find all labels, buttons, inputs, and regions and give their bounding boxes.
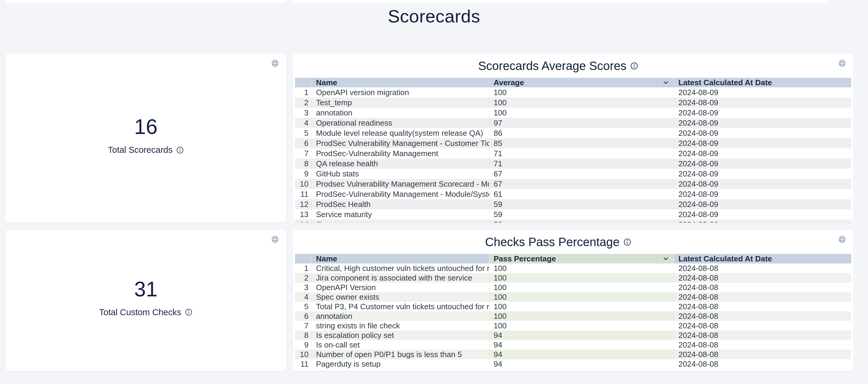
cell-name: GitHub stats <box>311 169 489 179</box>
cell-value: 94 <box>489 340 674 350</box>
cell-name: Jira component is associated with the se… <box>311 273 489 283</box>
table-row: 3annotation1002024-08-09 <box>295 108 851 118</box>
column-header-index <box>295 78 311 87</box>
cell-value: 100 <box>489 283 674 292</box>
cell-name: Jira stats <box>311 219 489 222</box>
info-icon[interactable] <box>176 146 184 154</box>
page-title: Scorecards <box>0 6 868 27</box>
cell-value: 71 <box>489 159 674 169</box>
cell-name: Is on-call set <box>311 340 489 350</box>
row-index: 13 <box>295 209 311 219</box>
row-index: 8 <box>295 330 311 340</box>
total-custom-checks-label: Total Custom Checks <box>99 308 181 317</box>
cell-value: 100 <box>489 273 674 283</box>
info-icon[interactable] <box>630 62 638 70</box>
table-row: 14Jira stats582024-08-09 <box>295 219 851 222</box>
table-row: 5Total P3, P4 Customer vuln tickets unto… <box>295 302 851 311</box>
row-index: 4 <box>295 292 311 302</box>
column-header-date[interactable]: Latest Calculated At Date <box>674 254 851 264</box>
row-index: 8 <box>295 159 311 169</box>
row-index: 12 <box>295 199 311 209</box>
row-index: 6 <box>295 311 311 321</box>
row-index: 10 <box>295 350 311 359</box>
column-header-average[interactable]: Average <box>489 78 674 87</box>
cell-date: 2024-08-09 <box>674 128 851 138</box>
table-row: 10Prodsec Vulnerability Management Score… <box>295 179 851 189</box>
clipped-card-above-left <box>5 0 286 3</box>
panel-title: Checks Pass Percentage <box>485 235 619 249</box>
cell-name: Pagerduty is setup <box>311 359 489 369</box>
table-body: 1Critical, High customer vuln tickets un… <box>295 264 851 369</box>
cell-value: 100 <box>489 98 674 108</box>
info-icon[interactable] <box>185 308 193 316</box>
table-header: Name Average Latest Calculated At Date <box>295 78 851 87</box>
panel-checks-pass-percentage: Checks Pass Percentage Name Pass Percent… <box>293 230 853 371</box>
cell-value: 100 <box>489 302 674 311</box>
table-row: 1OpenAPI version migration1002024-08-09 <box>295 87 851 98</box>
cell-date: 2024-08-08 <box>674 330 851 340</box>
row-index: 9 <box>295 169 311 179</box>
total-scorecards-value: 16 <box>134 115 158 138</box>
cell-date: 2024-08-09 <box>674 159 851 169</box>
cell-name: Module level release quality(system rele… <box>311 128 489 138</box>
row-index: 9 <box>295 340 311 350</box>
panel-scorecards-average-scores: Scorecards Average Scores Name Average L… <box>293 54 853 222</box>
column-header-name[interactable]: Name <box>311 78 489 87</box>
dashboard-page: Scorecards 16 Total Scorecards <box>0 0 868 384</box>
cell-name: Total P3, P4 Customer vuln tickets untou… <box>311 302 489 311</box>
globe-icon[interactable] <box>838 235 846 243</box>
row-index: 2 <box>295 273 311 283</box>
cell-name: OpenAPI version migration <box>311 87 489 98</box>
table-row: 4Spec owner exists1002024-08-08 <box>295 292 851 302</box>
cell-value: 100 <box>489 264 674 273</box>
cell-date: 2024-08-09 <box>674 219 851 222</box>
cell-name: QA release health <box>311 159 489 169</box>
cell-value: 100 <box>489 311 674 321</box>
cell-date: 2024-08-08 <box>674 311 851 321</box>
column-header-pass-percentage[interactable]: Pass Percentage <box>489 254 674 264</box>
cell-date: 2024-08-08 <box>674 292 851 302</box>
column-header-index <box>295 254 311 264</box>
row-index: 3 <box>295 283 311 292</box>
row-index: 3 <box>295 108 311 118</box>
cell-name: Test_temp <box>311 98 489 108</box>
cell-value: 100 <box>489 108 674 118</box>
cell-date: 2024-08-09 <box>674 169 851 179</box>
table-row: 5Module level release quality(system rel… <box>295 128 851 138</box>
cell-name: annotation <box>311 108 489 118</box>
column-header-date[interactable]: Latest Calculated At Date <box>674 78 851 87</box>
row-index: 1 <box>295 87 311 98</box>
column-header-name[interactable]: Name <box>311 254 489 264</box>
table-row: 8QA release health712024-08-09 <box>295 159 851 169</box>
cell-value: 61 <box>489 189 674 199</box>
row-index: 7 <box>295 148 311 159</box>
cell-value: 59 <box>489 199 674 209</box>
cell-date: 2024-08-09 <box>674 108 851 118</box>
cell-date: 2024-08-08 <box>674 283 851 292</box>
chevron-down-icon <box>662 79 670 86</box>
row-index: 5 <box>295 302 311 311</box>
table-row: 11Pagerduty is setup942024-08-08 <box>295 359 851 369</box>
table-row: 7ProdSec-Vulnerability Management712024-… <box>295 148 851 159</box>
cell-date: 2024-08-08 <box>674 264 851 273</box>
cell-value: 71 <box>489 148 674 159</box>
row-index: 1 <box>295 264 311 273</box>
table-row: 7string exists in file check1002024-08-0… <box>295 321 851 330</box>
cell-value: 94 <box>489 330 674 340</box>
cell-date: 2024-08-09 <box>674 118 851 128</box>
table-row: 8Is escalation policy set942024-08-08 <box>295 330 851 340</box>
cell-name: ProdSec-Vulnerability Management <box>311 148 489 159</box>
cell-name: Service maturity <box>311 209 489 219</box>
row-index: 4 <box>295 118 311 128</box>
cell-name: OpenAPI Version <box>311 283 489 292</box>
cell-value: 100 <box>489 87 674 98</box>
globe-icon[interactable] <box>838 59 846 67</box>
panel-title: Scorecards Average Scores <box>478 59 626 73</box>
cell-value: 94 <box>489 359 674 369</box>
cell-name: Operational readiness <box>311 118 489 128</box>
table-row: 1Critical, High customer vuln tickets un… <box>295 264 851 273</box>
cell-name: string exists in file check <box>311 321 489 330</box>
cell-value: 59 <box>489 209 674 219</box>
row-index: 11 <box>295 359 311 369</box>
info-icon[interactable] <box>623 238 631 246</box>
